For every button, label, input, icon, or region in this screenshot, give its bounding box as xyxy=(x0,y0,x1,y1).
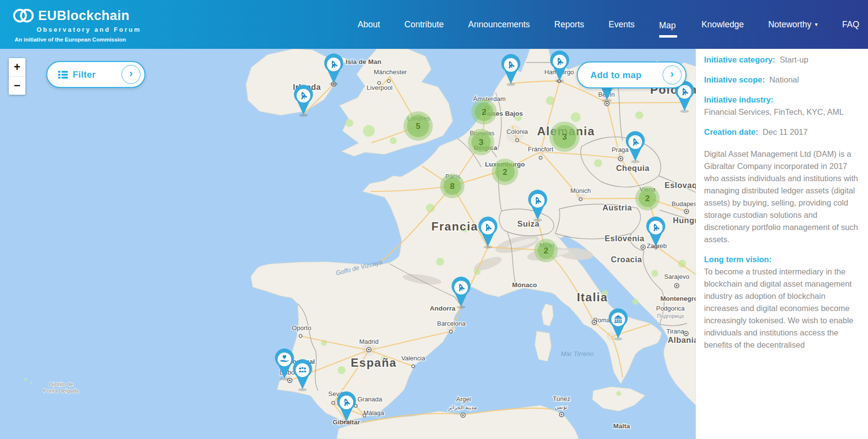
add-to-map-button-label: Add to map xyxy=(590,70,642,81)
map-label: Italia xyxy=(577,291,608,304)
map-label: Málaga xyxy=(363,409,384,417)
nav-item-contribute[interactable]: Contribute xyxy=(404,20,444,30)
chevron-right-icon: › xyxy=(121,65,141,84)
nav-item-label: Knowledge xyxy=(702,20,744,30)
zoom-out-button[interactable]: − xyxy=(9,77,25,95)
map-label: Isla de Man xyxy=(346,58,382,65)
main-nav: AboutContributeAnnouncementsReportsEvent… xyxy=(358,0,859,49)
capital-city-dot xyxy=(620,158,622,160)
filter-button[interactable]: Filter › xyxy=(46,61,145,88)
map-label: Eslovaquia xyxy=(665,181,696,189)
map-label: Múnich xyxy=(570,187,591,194)
capital-city-dot xyxy=(368,349,370,351)
initiative-field: Creation date: Dec 11 2017 xyxy=(704,126,858,138)
capital-city-dot xyxy=(686,210,687,212)
map-canvas[interactable]: Reino UnidoIrlandaIsla de ManMánchesterL… xyxy=(0,49,696,439)
map-label: Подгорица xyxy=(657,313,685,319)
zoom-in-button[interactable]: + xyxy=(9,58,25,76)
map-island-azores xyxy=(24,378,27,381)
field-value: Dec 11 2017 xyxy=(758,127,808,136)
city-dot xyxy=(449,330,452,333)
filter-button-label: Filter xyxy=(73,69,96,80)
map-label: Podgorica xyxy=(656,305,685,312)
nav-item-label: About xyxy=(358,20,380,30)
map-label: Colonia xyxy=(506,128,528,135)
field-label: Initiative industry: xyxy=(704,95,773,104)
city-dot xyxy=(516,139,519,142)
nav-item-map[interactable]: Map xyxy=(659,21,677,38)
map-label: Distrito dePonta Delgada xyxy=(43,381,80,394)
initiative-details-panel: Initiative category: Start-upInitiative … xyxy=(696,49,868,439)
map-label: Oporto xyxy=(292,324,311,332)
field-label: Initiative scope: xyxy=(704,75,765,84)
add-to-map-button[interactable]: Add to map › xyxy=(577,62,686,88)
map-label: Hungría xyxy=(673,216,696,225)
map-label: Mar Tirreno xyxy=(561,350,593,357)
cluster-marker[interactable]: 5 xyxy=(404,111,433,141)
city-dot xyxy=(332,401,335,404)
nav-item-faq[interactable]: FAQ xyxy=(842,20,859,30)
nav-item-label: Reports xyxy=(554,20,584,30)
city-dot xyxy=(412,365,415,368)
eu-blockchain-rings-icon xyxy=(13,7,34,24)
capital-city-dot xyxy=(676,285,678,287)
cluster-marker[interactable]: 8 xyxy=(440,174,464,198)
capital-city-dot xyxy=(606,103,608,105)
map-landmasses xyxy=(24,49,696,439)
map-label: Barcelona xyxy=(437,320,466,327)
map-island-sardinia xyxy=(535,331,551,361)
nav-item-announcements[interactable]: Announcements xyxy=(468,20,530,30)
europe-map[interactable]: Reino UnidoIrlandaIsla de ManMánchesterL… xyxy=(0,49,696,439)
map-label: Fráncfort xyxy=(528,146,553,153)
vision-text: To become a trusted intermediary in the … xyxy=(704,266,858,351)
map-island-sicily xyxy=(592,387,645,411)
city-dot xyxy=(363,414,366,417)
map-label: Tirana xyxy=(666,328,685,335)
capital-city-dot xyxy=(593,321,595,323)
city-dot xyxy=(299,334,302,337)
cluster-count: 2 xyxy=(503,167,507,177)
nav-item-label: Noteworthy xyxy=(768,20,811,30)
nav-item-about[interactable]: About xyxy=(358,20,380,30)
logo[interactable]: EUBlockchain Observatory and Forum An in… xyxy=(13,7,141,42)
nav-item-label: FAQ xyxy=(842,20,859,30)
city-dot xyxy=(387,80,390,83)
cluster-count: 3 xyxy=(562,132,566,142)
nav-item-reports[interactable]: Reports xyxy=(554,20,584,30)
field-value: Financial Services, FinTech, KYC, AML xyxy=(704,106,858,118)
city-dot xyxy=(579,198,582,201)
capital-city-dot xyxy=(289,379,291,381)
header: EUBlockchain Observatory and Forum An in… xyxy=(0,0,868,49)
map-label: تونس xyxy=(555,404,567,410)
map-label: Albania xyxy=(667,335,696,344)
map-label: Mánchester xyxy=(374,68,407,76)
nav-item-label: Map xyxy=(659,21,676,31)
cluster-marker[interactable]: 2 xyxy=(534,239,558,262)
map-label: Túnez xyxy=(553,395,570,402)
nav-item-knowledge[interactable]: Knowledge xyxy=(702,20,744,30)
cluster-count: 5 xyxy=(416,122,420,131)
city-dot xyxy=(378,82,381,84)
map-land-ireland xyxy=(246,49,336,115)
cluster-marker[interactable]: 2 xyxy=(492,159,518,185)
cluster-marker[interactable]: 3 xyxy=(468,129,494,155)
dropdown-caret-icon: ▾ xyxy=(815,21,818,28)
cluster-marker[interactable]: 3 xyxy=(549,122,580,152)
cluster-count: 3 xyxy=(479,138,483,147)
map-zoom-control: + − xyxy=(9,58,25,95)
map-label: Austria xyxy=(603,203,632,212)
field-value: National xyxy=(765,75,799,84)
cluster-count: 8 xyxy=(450,182,454,191)
cluster-marker[interactable]: 2 xyxy=(635,186,660,210)
capital-city-dot xyxy=(642,246,644,248)
map-label: Madrid xyxy=(359,338,379,345)
nav-item-label: Announcements xyxy=(468,20,530,30)
nav-item-events[interactable]: Events xyxy=(608,20,635,30)
nav-item-noteworthy[interactable]: Noteworthy▾ xyxy=(768,20,818,30)
map-label: Liverpool xyxy=(367,84,393,91)
capital-city-dot xyxy=(561,414,563,416)
field-value: Start-up xyxy=(775,55,808,64)
cluster-marker[interactable]: 2 xyxy=(471,99,497,125)
field-label: Creation date: xyxy=(704,127,758,136)
nav-item-label: Events xyxy=(608,20,635,30)
